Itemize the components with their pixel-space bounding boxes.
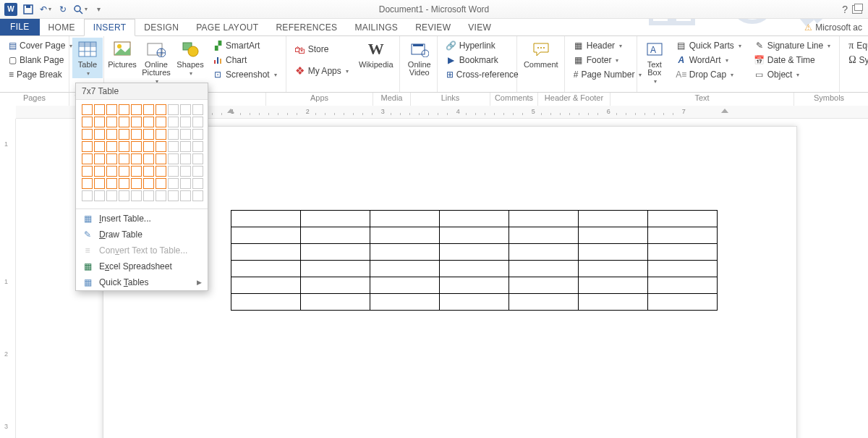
table-grid-cell[interactable] <box>106 178 117 189</box>
draw-table-menu-item[interactable]: ✎ Draw Table <box>76 227 208 243</box>
table-cell[interactable] <box>509 211 579 227</box>
text-box-button[interactable]: A Text Box▾ <box>640 38 669 86</box>
qat-redo-button[interactable]: ↻ <box>55 1 71 17</box>
qat-save-button[interactable] <box>20 1 36 17</box>
bookmark-button[interactable]: ▶ Bookmark <box>443 54 511 67</box>
table-cell[interactable] <box>440 261 509 277</box>
insert-table-menu-item[interactable]: ▦ Insert Table... <box>76 211 208 227</box>
online-pictures-button[interactable]: Online Pictures ▾ <box>139 38 174 86</box>
table-cell[interactable] <box>301 261 370 277</box>
table-grid-cell[interactable] <box>106 104 117 115</box>
help-button[interactable]: ? <box>842 4 848 15</box>
table-grid-cell[interactable] <box>168 178 179 189</box>
table-cell[interactable] <box>579 227 648 244</box>
table-grid-cell[interactable] <box>143 117 154 127</box>
table-grid-cell[interactable] <box>192 190 203 201</box>
table-grid-cell[interactable] <box>131 190 142 201</box>
table-grid-cell[interactable] <box>82 178 93 189</box>
table-grid-cell[interactable] <box>143 129 154 140</box>
wordart-button[interactable]: A WordArt▾ <box>673 54 744 67</box>
page-number-button[interactable]: # Page Number▾ <box>571 68 631 81</box>
table-cell[interactable] <box>301 244 370 261</box>
footer-button[interactable]: ▦ Footer▾ <box>571 54 631 67</box>
tab-home[interactable]: HOME <box>40 20 84 35</box>
shapes-button[interactable]: Shapes ▾ <box>175 38 205 78</box>
table-cell[interactable] <box>440 277 509 294</box>
table-grid-cell[interactable] <box>94 104 105 115</box>
table-grid-cell[interactable] <box>94 178 105 189</box>
indent-marker-right[interactable] <box>721 109 728 116</box>
table-cell[interactable] <box>231 277 301 294</box>
table-cell[interactable] <box>370 211 440 227</box>
table-grid-cell[interactable] <box>143 190 154 201</box>
table-grid-cell[interactable] <box>143 166 154 177</box>
table-grid-cell[interactable] <box>156 104 166 115</box>
table-cell[interactable] <box>648 227 718 244</box>
table-cell[interactable] <box>440 211 509 227</box>
table-grid-cell[interactable] <box>156 153 166 164</box>
table-grid-cell[interactable] <box>131 117 142 127</box>
table-grid-cell[interactable] <box>156 117 166 127</box>
table-grid-cell[interactable] <box>82 166 93 177</box>
table-size-grid[interactable] <box>76 100 208 207</box>
table-grid-cell[interactable] <box>168 129 179 140</box>
tab-view[interactable]: VIEW <box>459 20 500 35</box>
table-cell[interactable] <box>231 261 301 277</box>
table-grid-cell[interactable] <box>82 129 93 140</box>
table-cell[interactable] <box>440 227 509 244</box>
table-grid-cell[interactable] <box>94 141 105 152</box>
table-cell[interactable] <box>579 261 648 277</box>
table-grid-cell[interactable] <box>143 178 154 189</box>
restore-window-button[interactable] <box>852 5 862 14</box>
comment-button[interactable]: Comment <box>520 38 562 70</box>
signature-line-button[interactable]: ✎ Signature Line▾ <box>752 39 833 52</box>
table-grid-cell[interactable] <box>180 141 191 152</box>
tab-references[interactable]: REFERENCES <box>267 20 346 35</box>
table-cell[interactable] <box>231 244 301 261</box>
my-apps-button[interactable]: ❖ My Apps▾ <box>292 61 352 81</box>
table-cell[interactable] <box>579 211 648 227</box>
table-cell[interactable] <box>648 244 718 261</box>
blank-page-button[interactable]: ▢ Blank Page <box>6 54 63 67</box>
table-grid-cell[interactable] <box>143 153 154 164</box>
chart-button[interactable]: Chart <box>210 54 280 67</box>
table-grid-cell[interactable] <box>192 178 203 189</box>
equation-button[interactable]: π Equation▾ <box>846 39 868 52</box>
table-cell[interactable] <box>648 261 718 277</box>
table-grid-cell[interactable] <box>168 117 179 127</box>
table-cell[interactable] <box>579 294 648 311</box>
page-break-button[interactable]: ≡ Page Break <box>6 68 63 81</box>
table-grid-cell[interactable] <box>180 166 191 177</box>
table-grid-cell[interactable] <box>192 153 203 164</box>
table-cell[interactable] <box>231 227 301 244</box>
header-button[interactable]: ▦ Header▾ <box>571 39 631 52</box>
table-grid-cell[interactable] <box>82 153 93 164</box>
table-grid-cell[interactable] <box>82 117 93 127</box>
date-time-button[interactable]: 📅 Date & Time <box>752 54 833 67</box>
table-grid-cell[interactable] <box>82 141 93 152</box>
object-button[interactable]: ▭ Object▾ <box>752 68 833 81</box>
table-grid-cell[interactable] <box>119 166 129 177</box>
tab-insert[interactable]: INSERT <box>84 19 136 36</box>
table-grid-cell[interactable] <box>119 104 129 115</box>
table-grid-cell[interactable] <box>131 178 142 189</box>
table-cell[interactable] <box>579 244 648 261</box>
table-cell[interactable] <box>231 211 301 227</box>
tab-design[interactable]: DESIGN <box>135 20 187 35</box>
pictures-button[interactable]: Pictures <box>107 38 137 70</box>
table-grid-cell[interactable] <box>192 104 203 115</box>
table-grid-cell[interactable] <box>131 153 142 164</box>
table-cell[interactable] <box>301 227 370 244</box>
drop-cap-button[interactable]: A≡ Drop Cap▾ <box>673 68 744 81</box>
table-grid-cell[interactable] <box>192 117 203 127</box>
table-cell[interactable] <box>509 277 579 294</box>
quick-tables-menu-item[interactable]: ▦ Quick Tables ▶ <box>76 274 208 290</box>
store-button[interactable]: 🛍 Store <box>292 39 352 59</box>
table-cell[interactable] <box>648 211 718 227</box>
table-grid-cell[interactable] <box>168 141 179 152</box>
table-cell[interactable] <box>579 277 648 294</box>
table-grid-cell[interactable] <box>180 178 191 189</box>
qat-undo-button[interactable]: ↶▾ <box>38 1 54 17</box>
table-grid-cell[interactable] <box>106 153 117 164</box>
table-cell[interactable] <box>370 277 440 294</box>
